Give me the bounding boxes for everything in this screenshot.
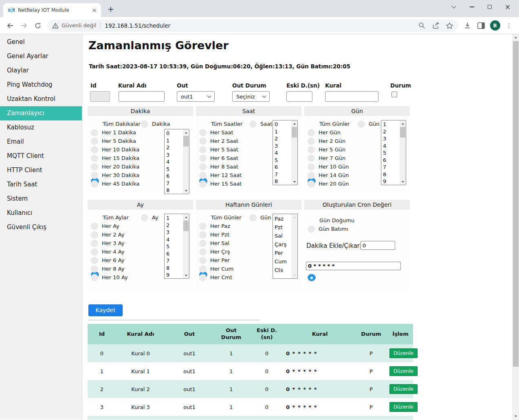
listbox-option[interactable]: 5 <box>166 166 183 173</box>
listbox-option[interactable]: 6 <box>275 164 291 171</box>
listbox-option[interactable]: 2 <box>166 222 183 229</box>
maximize-button[interactable] <box>481 1 499 13</box>
radio-t-m-g-nler[interactable]: Tüm Günler <box>199 213 242 222</box>
listbox-option[interactable]: 1 <box>166 214 183 222</box>
listbox-option[interactable]: 5 <box>383 149 400 157</box>
sidebar-item-genel-ayarlar[interactable]: Genel Ayarlar <box>0 49 82 63</box>
listbox-scrollbar-thumb[interactable] <box>292 127 297 138</box>
radio-her-r[interactable]: Her Çrş <box>199 247 242 256</box>
sidebar-item-kablosuz[interactable]: Kablosuz <box>0 120 82 135</box>
minimize-button[interactable] <box>463 1 481 13</box>
listbox-option[interactable]: 7 <box>383 164 400 171</box>
sidebar-item-uzaktan-kontrol[interactable]: Uzaktan Kontrol <box>0 92 82 106</box>
listbox-option[interactable]: 2 <box>166 144 183 151</box>
radio-saat-custom[interactable]: Saat <box>249 120 272 128</box>
download-icon[interactable] <box>460 19 474 33</box>
radio-her-5-g-n[interactable]: Her 5 Gün <box>308 145 350 154</box>
browser-tab[interactable]: I T NetRelay IOT Module × <box>3 3 101 17</box>
browser-chevron-icon[interactable] <box>445 1 463 13</box>
listbox-option[interactable]: 8 <box>166 265 183 272</box>
status-checkbox[interactable] <box>391 92 397 97</box>
listbox-scroll-up-arrow[interactable] <box>183 129 189 136</box>
listbox-scrollbar-thumb[interactable] <box>400 127 405 138</box>
listbox-scrollbar-thumb[interactable] <box>183 221 189 231</box>
radio-t-m-dakikalar[interactable]: Tüm Dakikalar <box>91 120 141 128</box>
radio-her-3-ay[interactable]: Her 3 Ay <box>91 239 129 247</box>
radio-her-8-saat[interactable]: Her 8 Saat <box>199 162 242 171</box>
share-icon[interactable] <box>432 22 440 29</box>
listbox-scroll-down-arrow[interactable] <box>291 179 297 185</box>
listbox-option[interactable]: Cum <box>275 257 291 266</box>
bookmark-star-icon[interactable] <box>446 22 453 29</box>
radio-her-sal[interactable]: Her Sal <box>199 239 242 247</box>
listbox-option[interactable]: 4 <box>275 149 291 157</box>
sidebar-item-mqtt-client[interactable]: MQTT Client <box>0 149 82 163</box>
listbox-option[interactable]: 7 <box>275 171 291 178</box>
listbox-option[interactable]: 3 <box>383 135 400 142</box>
radio-her-6-ay[interactable]: Her 6 Ay <box>91 256 129 265</box>
radio-t-m-aylar[interactable]: Tüm Aylar <box>91 213 129 222</box>
radio-her-20-dakika[interactable]: Her 20 Dakika <box>91 162 141 171</box>
listbox-option[interactable]: 4 <box>166 158 183 166</box>
scrollbar-down-arrow[interactable] <box>512 413 519 420</box>
add-minutes-input[interactable] <box>361 241 395 250</box>
close-button[interactable]: × <box>499 1 517 13</box>
listbox-scroll-down-arrow[interactable] <box>400 179 406 185</box>
sidebar-item-kullan-c[interactable]: Kullanıcı <box>0 206 82 220</box>
listbox-option[interactable]: 3 <box>275 142 291 150</box>
sidebar-item-g-venli-k[interactable]: Güvenli Çıkış <box>0 220 82 234</box>
listbox-option[interactable]: 0 <box>166 130 183 137</box>
g-n-listbox[interactable]: 12345678910 <box>381 120 406 185</box>
listbox-option[interactable]: 7 <box>166 257 183 265</box>
radio-her-10-dakika[interactable]: Her 10 Dakika <box>91 145 141 154</box>
radio-her-5-dakika[interactable]: Her 5 Dakika <box>91 137 141 145</box>
radio-ay-custom[interactable]: Ay <box>141 213 158 222</box>
out-select[interactable]: out1 <box>177 91 215 102</box>
save-button[interactable]: Kaydet <box>88 304 123 316</box>
listbox-option[interactable]: Per <box>275 249 291 257</box>
listbox-option[interactable]: 4 <box>166 236 183 243</box>
back-button[interactable] <box>3 19 17 33</box>
edit-button[interactable]: Düzenle <box>389 348 418 358</box>
radio-her-6-saat[interactable]: Her 6 Saat <box>199 154 242 162</box>
radio-her-pzt[interactable]: Her Pzt <box>199 230 242 239</box>
url-text[interactable]: 192.168.1.51/scheduler <box>105 22 412 29</box>
listbox-option[interactable]: 3 <box>166 229 183 236</box>
radio-her-ay[interactable]: Her Ay <box>91 222 129 230</box>
radio-her-10-g-n[interactable]: Her 10 Gün <box>308 162 350 171</box>
listbox-scroll-up-arrow[interactable] <box>400 120 406 127</box>
listbox-option[interactable]: 2 <box>383 128 400 136</box>
forward-button[interactable] <box>17 19 31 33</box>
side-panel-icon[interactable] <box>474 19 488 33</box>
sidebar-item-http-client[interactable]: HTTP Client <box>0 163 82 177</box>
sidebar-item-tarih-saat[interactable]: Tarih Saat <box>0 177 82 192</box>
listbox-scrollbar[interactable] <box>183 214 189 278</box>
radio-her-10-ay[interactable]: Her 10 Ay <box>91 273 129 282</box>
listbox-option[interactable]: Pzt <box>275 223 291 232</box>
sidebar-item-email[interactable]: Email <box>0 135 82 149</box>
listbox-option[interactable]: 6 <box>383 157 400 164</box>
listbox-option[interactable]: 8 <box>275 178 291 185</box>
listbox-option[interactable]: 6 <box>166 173 183 180</box>
radio-gun-batimi[interactable]: Gün Batımı <box>308 225 354 233</box>
radio-her-2-saat[interactable]: Her 2 Saat <box>199 137 242 145</box>
listbox-option[interactable]: 5 <box>166 243 183 250</box>
listbox-option[interactable]: 3 <box>166 151 183 159</box>
radio-her-saat[interactable]: Her Saat <box>199 128 242 137</box>
radio-her-2-ay[interactable]: Her 2 Ay <box>91 230 129 239</box>
listbox-scroll-up-arrow[interactable] <box>291 120 297 127</box>
reload-button[interactable] <box>31 19 45 33</box>
listbox-option[interactable]: 7 <box>166 180 183 187</box>
search-icon[interactable] <box>418 22 425 29</box>
listbox-option[interactable]: 9 <box>383 178 400 185</box>
radio-her-15-dakika[interactable]: Her 15 Dakika <box>91 154 141 162</box>
listbox-scroll-up-arrow[interactable] <box>291 214 297 220</box>
radio-her-1-dakika[interactable]: Her 1 Dakika <box>91 128 141 137</box>
listbox-option[interactable]: 6 <box>166 250 183 258</box>
radio-her-4-ay[interactable]: Her 4 Ay <box>91 247 129 256</box>
listbox-option[interactable]: 8 <box>383 171 400 178</box>
profile-avatar[interactable]: B <box>488 19 502 33</box>
radio-gun-dogumu[interactable]: Gün Doğumu <box>308 216 354 225</box>
listbox-option[interactable]: 1 <box>383 121 400 128</box>
listbox-option[interactable]: Çarş <box>275 240 291 249</box>
